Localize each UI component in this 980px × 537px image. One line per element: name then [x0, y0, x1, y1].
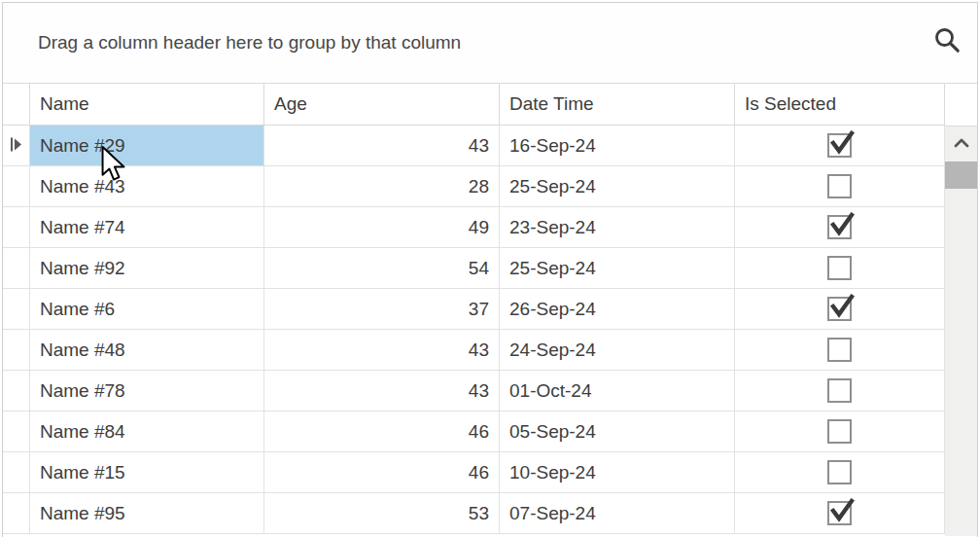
row-checkbox[interactable]	[827, 419, 852, 444]
cell-name[interactable]: Name #15	[30, 452, 264, 493]
grid-table: Name Age Date Time Is Selected	[3, 84, 945, 536]
cell-is-selected[interactable]	[735, 125, 945, 166]
vertical-scrollbar[interactable]	[945, 84, 977, 536]
cell-date-time[interactable]: 24-Sep-24	[500, 330, 735, 371]
cell-name[interactable]: Name #84	[30, 412, 264, 452]
column-header-age[interactable]: Age	[264, 84, 500, 125]
search-button[interactable]	[931, 27, 962, 58]
scroll-up-button[interactable]	[945, 126, 977, 160]
cell-age[interactable]: 28	[264, 166, 500, 207]
row-checkbox[interactable]	[827, 133, 852, 158]
cell-age[interactable]: 46	[264, 452, 500, 493]
header-indicator-cell	[3, 84, 30, 125]
cell-is-selected[interactable]	[735, 207, 945, 248]
cell-name-value: Name #29	[40, 135, 125, 157]
column-header-name-label: Name	[40, 93, 89, 115]
cell-name[interactable]: Name #74	[30, 207, 264, 248]
row-checkbox[interactable]	[827, 460, 852, 484]
scrollbar-track[interactable]	[945, 126, 977, 536]
row-indicator-cell	[3, 125, 30, 166]
focused-row-arrow-icon	[11, 135, 22, 157]
column-header-is-selected-label: Is Selected	[745, 93, 836, 115]
cell-is-selected[interactable]	[735, 493, 945, 534]
cell-date-time[interactable]: 26-Sep-24	[500, 289, 735, 330]
row-checkbox[interactable]	[827, 338, 852, 362]
cell-age[interactable]: 49	[264, 207, 500, 248]
cell-age-value: 37	[469, 299, 489, 320]
cell-date-time[interactable]: 16-Sep-24	[500, 125, 735, 166]
cell-name-value: Name #74	[40, 217, 125, 238]
search-icon	[932, 25, 962, 60]
cell-name[interactable]: Name #78	[30, 371, 264, 412]
cell-name[interactable]: Name #29	[30, 125, 264, 166]
row-indicator-cell	[3, 248, 30, 289]
row-indicator-cell	[3, 493, 30, 534]
cell-name[interactable]: Name #43	[30, 166, 264, 207]
group-by-panel[interactable]: Drag a column header here to group by th…	[3, 3, 977, 84]
row-indicator-cell	[3, 452, 30, 493]
cell-is-selected[interactable]	[735, 330, 945, 371]
cell-date-time[interactable]: 07-Sep-24	[500, 493, 735, 534]
column-header-date-time[interactable]: Date Time	[500, 84, 735, 125]
column-header-is-selected[interactable]: Is Selected	[735, 84, 945, 125]
row-checkbox[interactable]	[827, 297, 852, 321]
cell-date-time-value: 23-Sep-24	[509, 217, 596, 238]
cell-date-time[interactable]: 23-Sep-24	[500, 207, 735, 248]
cell-age[interactable]: 46	[264, 412, 500, 452]
cell-is-selected[interactable]	[735, 412, 945, 452]
row-checkbox[interactable]	[827, 215, 852, 239]
column-header-name[interactable]: Name	[30, 84, 264, 125]
table-row: Name #48 43 24-Sep-24	[3, 330, 945, 371]
row-indicator-cell	[3, 166, 30, 207]
cell-date-time[interactable]: 05-Sep-24	[500, 412, 735, 452]
cell-age[interactable]: 53	[264, 493, 500, 534]
cell-age[interactable]: 54	[264, 248, 500, 289]
table-row: Name #29 43 16-Sep-24	[3, 125, 945, 166]
cell-is-selected[interactable]	[735, 371, 945, 412]
row-checkbox[interactable]	[827, 174, 852, 198]
table-row: Name #78 43 01-Oct-24	[3, 371, 945, 412]
cell-name-value: Name #6	[40, 299, 115, 320]
table-row: Name #92 54 25-Sep-24	[3, 248, 945, 289]
cell-name-value: Name #15	[40, 462, 125, 483]
cell-date-time[interactable]: 10-Sep-24	[500, 452, 735, 493]
cell-date-time-value: 25-Sep-24	[509, 258, 596, 279]
chevron-up-icon	[954, 134, 969, 152]
cell-date-time[interactable]: 25-Sep-24	[500, 248, 735, 289]
cell-is-selected[interactable]	[735, 289, 945, 330]
cell-name-value: Name #95	[40, 503, 125, 524]
table-row: Name #43 28 25-Sep-24	[3, 166, 945, 207]
row-indicator-cell	[3, 371, 30, 412]
table-row: Name #6 37 26-Sep-24	[3, 289, 945, 330]
cell-date-time-value: 16-Sep-24	[509, 135, 596, 157]
column-header-date-time-label: Date Time	[509, 93, 594, 115]
cell-date-time-value: 26-Sep-24	[509, 299, 596, 320]
cell-age-value: 49	[469, 217, 489, 238]
cell-date-time[interactable]: 01-Oct-24	[500, 371, 735, 412]
header-row: Name Age Date Time Is Selected	[3, 84, 945, 125]
cell-age-value: 43	[469, 135, 489, 157]
cell-name-value: Name #48	[40, 340, 125, 361]
cell-name[interactable]: Name #95	[30, 493, 264, 534]
cell-is-selected[interactable]	[735, 248, 945, 289]
cell-name[interactable]: Name #92	[30, 248, 264, 289]
row-checkbox[interactable]	[827, 501, 852, 525]
row-checkbox[interactable]	[827, 256, 852, 280]
cell-age-value: 53	[469, 503, 489, 524]
row-checkbox[interactable]	[827, 378, 852, 403]
scrollbar-thumb[interactable]	[945, 161, 977, 189]
cell-name[interactable]: Name #48	[30, 330, 264, 371]
row-indicator-cell	[3, 289, 30, 330]
cell-name-value: Name #78	[40, 380, 125, 402]
cell-age[interactable]: 37	[264, 289, 500, 330]
cell-name[interactable]: Name #6	[30, 289, 264, 330]
cell-date-time-value: 25-Sep-24	[509, 176, 596, 197]
cell-date-time[interactable]: 25-Sep-24	[500, 166, 735, 207]
cell-age[interactable]: 43	[264, 125, 500, 166]
cell-name-value: Name #43	[40, 176, 125, 197]
table-row: Name #15 46 10-Sep-24	[3, 452, 945, 493]
cell-is-selected[interactable]	[735, 166, 945, 207]
cell-age[interactable]: 43	[264, 371, 500, 412]
cell-is-selected[interactable]	[735, 452, 945, 493]
cell-age[interactable]: 43	[264, 330, 500, 371]
